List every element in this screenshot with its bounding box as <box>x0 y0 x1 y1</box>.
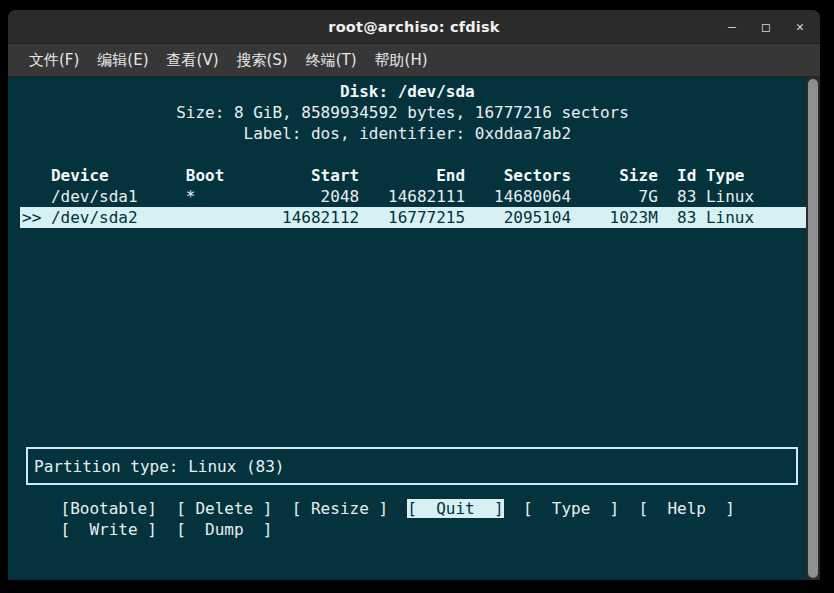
dump-button[interactable]: [ Dump ] <box>176 520 272 539</box>
menu-item-file[interactable]: 文件(F) <box>20 47 88 74</box>
table-header-row: Device Boot Start End Sectors Size Id Ty… <box>20 165 806 186</box>
close-button[interactable]: ✕ <box>790 17 810 37</box>
bootable-button[interactable]: [Bootable] <box>61 499 157 518</box>
disk-size-line: Size: 8 GiB, 8589934592 bytes, 16777216 … <box>20 102 806 123</box>
minimize-button[interactable]: – <box>722 17 742 37</box>
cfdisk-output: Disk: /dev/sda Size: 8 GiB, 8589934592 b… <box>20 81 806 228</box>
maximize-icon: □ <box>762 19 770 34</box>
resize-button[interactable]: [ Resize ] <box>292 499 388 518</box>
scrollbar-thumb[interactable] <box>808 79 818 578</box>
menu-item-help[interactable]: 帮助(H) <box>366 47 437 74</box>
help-button[interactable]: [ Help ] <box>639 499 735 518</box>
maximize-button[interactable]: □ <box>756 17 776 37</box>
menu-item-terminal[interactable]: 终端(T) <box>297 47 366 74</box>
disk-label-line: Label: dos, identifier: 0xddaa7ab2 <box>20 123 806 144</box>
cfdisk-menu: [Bootable] [ Delete ] [ Resize ] [ Quit … <box>22 498 735 540</box>
close-icon: ✕ <box>796 19 804 34</box>
menu-item-edit[interactable]: 编辑(E) <box>88 47 157 74</box>
partition-row-sda2[interactable]: >> /dev/sda2 14682112 16777215 2095104 1… <box>20 207 806 228</box>
write-button[interactable]: [ Write ] <box>61 520 157 539</box>
type-button[interactable]: [ Type ] <box>523 499 619 518</box>
cfdisk-menu-row: [ Write ] [ Dump ] <box>22 519 735 540</box>
window-controls: –□✕ <box>722 10 810 43</box>
blank-line <box>20 144 806 165</box>
partition-type-info-box: Partition type: Linux (83) <box>26 447 798 485</box>
terminal-screen[interactable]: Disk: /dev/sda Size: 8 GiB, 8589934592 b… <box>8 77 820 580</box>
menu-item-view[interactable]: 查看(V) <box>158 47 228 74</box>
partition-row-sda1[interactable]: /dev/sda1 * 2048 14682111 14680064 7G 83… <box>20 186 806 207</box>
minimize-icon: – <box>728 19 736 34</box>
cfdisk-menu-row: [Bootable] [ Delete ] [ Resize ] [ Quit … <box>22 498 735 519</box>
partition-type-text: Partition type: Linux (83) <box>28 457 284 476</box>
delete-button[interactable]: [ Delete ] <box>176 499 272 518</box>
disk-title-line: Disk: /dev/sda <box>20 81 806 102</box>
window-titlebar[interactable]: root@archiso: cfdisk –□✕ <box>8 10 820 44</box>
window-title: root@archiso: cfdisk <box>328 19 499 35</box>
menu-item-search[interactable]: 搜索(S) <box>228 47 297 74</box>
terminal-window: root@archiso: cfdisk –□✕ 文件(F)编辑(E)查看(V)… <box>8 10 820 580</box>
scrollbar[interactable] <box>806 77 820 580</box>
quit-button[interactable]: [ Quit ] <box>407 499 503 518</box>
menu-bar: 文件(F)编辑(E)查看(V)搜索(S)终端(T)帮助(H) <box>8 44 820 77</box>
